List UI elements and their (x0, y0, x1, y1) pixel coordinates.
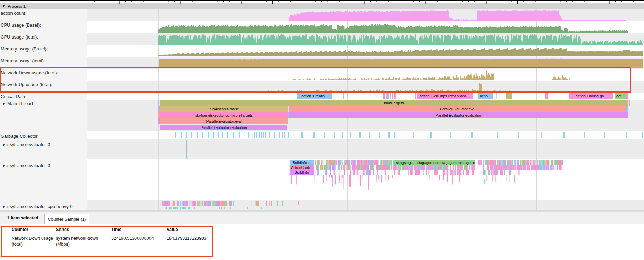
timeline-slice[interactable] (496, 93, 497, 99)
process-label: Process 1 (8, 4, 26, 8)
tab-counter-sample[interactable]: Counter Sample (1) (44, 214, 89, 224)
timeline-slice-runanalysisphase[interactable]: runAnalysisPhase (160, 106, 288, 112)
collapse-triangle-icon[interactable]: ▾ (3, 4, 5, 8)
process-group-header[interactable]: ▾ Process 1 (0, 3, 644, 9)
timeline-slice[interactable] (506, 93, 512, 99)
timeline-slice-action-linking-go-[interactable]: action 'Linking go... (569, 93, 613, 99)
track-label-action-count-[interactable]: action count: (1, 11, 27, 16)
timeline-slice-parallel-evaluator-evaluation[interactable]: Parallel Evaluator evaluation (289, 112, 628, 118)
track-row-bg (88, 33, 644, 45)
collapse-triangle-icon[interactable]: ▾ (3, 164, 5, 168)
timeline-slice[interactable] (629, 100, 630, 106)
collapse-triangle-icon[interactable]: ▾ (3, 102, 5, 106)
timeline-slice[interactable] (386, 93, 387, 99)
timeline-slice-buildtargets[interactable]: buildTargets (160, 100, 628, 106)
timeline-slice[interactable] (343, 93, 344, 99)
track-row-bg (88, 69, 644, 81)
panel-divider[interactable] (0, 210, 644, 212)
timeline-slice-actionconti-[interactable]: ActionConti... (290, 165, 314, 170)
timeline-slice[interactable] (626, 106, 628, 112)
timeline-slice[interactable] (288, 112, 289, 118)
collapse-triangle-icon[interactable]: ▾ (3, 143, 5, 147)
cell-series[interactable]: system network down(Mbps) (56, 235, 98, 247)
timeline-slice-st-agstag-[interactable]: st;agstag... (393, 160, 417, 165)
timeline-slice[interactable] (390, 93, 391, 99)
timeline-slice-action-creatin-[interactable]: action 'Creatin... (297, 93, 332, 99)
track-label-network-up-usage-total-[interactable]: Network Up usage (total): (1, 82, 52, 87)
bottom-tab-bar: 1 item selected. Counter Sample (1) (0, 212, 644, 224)
timeline-slice[interactable] (394, 93, 396, 99)
track-row-bg (88, 200, 644, 210)
track-label-memory-usage-total-[interactable]: Memory usage (total): (1, 58, 45, 63)
track-row-bg (88, 21, 644, 33)
timeline-slice[interactable] (384, 93, 385, 99)
col-header-series: Series (56, 227, 69, 232)
track-label-network-down-usage-total-[interactable]: Network Down usage (total): (1, 70, 58, 75)
cell-time[interactable]: 324190.51300000004 (111, 235, 154, 241)
thread-name: skyframe-evaluator-cpu-heavy-0 (7, 204, 72, 209)
track-sidebar: action count:CPU usage (Bazel):CPU usage… (0, 9, 88, 210)
timeline-slice[interactable] (383, 93, 384, 99)
collapse-triangle-icon[interactable]: ▾ (3, 205, 5, 209)
track-row-bg (88, 131, 644, 139)
table-header-separator (2, 234, 212, 234)
col-header-counter: Counter (12, 227, 28, 232)
selection-status: 1 item selected. (7, 215, 40, 220)
timeline-slice-actio-[interactable]: actio... (478, 93, 493, 99)
track-label-cpu-usage-bazel-[interactable]: CPU usage (Bazel): (1, 22, 41, 28)
cell-counter[interactable]: Network Down usage(total) (12, 235, 53, 247)
track-label-cpu-usage-total-[interactable]: CPU usage (total): (1, 34, 38, 40)
thread-track-label-skyframe-evaluator-0[interactable]: ▾skyframe-evaluator-0 (3, 142, 50, 148)
timeline-slice-buildinfo[interactable]: BuildInfo (290, 170, 314, 175)
track-row-bg (88, 57, 644, 69)
track-label-garbage-collector[interactable]: Garbage Collector (1, 134, 38, 139)
timeline-slice[interactable] (545, 93, 548, 99)
cell-value[interactable]: 184.1793113323983 (167, 235, 206, 241)
track-row-bg (88, 45, 644, 57)
timeline-slice-parallel-evaluator-evaluation[interactable]: Parallel Evaluator evaluation (160, 125, 287, 130)
timeline-slice-stagagemenotstagagemeotstage-r[interactable]: stagagemenotstagagemeotstage.remot... (417, 160, 475, 165)
thread-track-label-skyframe-evaluator-cpu-heavy-0[interactable]: ▾skyframe-evaluator-cpu-heavy-0 (3, 204, 72, 210)
track-label-memory-usage-bazel-[interactable]: Memory usage (Bazel): (1, 46, 48, 52)
counter-sample-table: Counter Series Time Value Network Down u… (0, 224, 644, 260)
timeline-slice[interactable] (158, 118, 160, 124)
profiler-app: ▾ Process 1 action count:CPU usage (Baze… (0, 0, 644, 260)
track-row-bg (88, 9, 644, 21)
timeline-slice[interactable] (626, 93, 628, 99)
track-row-bg (88, 139, 644, 159)
thread-track-label-main-thread[interactable]: ▾Main Thread (3, 101, 33, 107)
timeline-slice-parallelevaluator-eval[interactable]: ParallelEvaluator.eval (160, 118, 288, 124)
timeline-slice[interactable] (158, 112, 160, 118)
thread-track-label-skyframe-evaluator-0[interactable]: ▾skyframe-evaluator-0 (3, 163, 50, 169)
timeline-slice-skyframeexecutor-configuretarg[interactable]: skyframeExecutor.configureTargets (160, 112, 288, 118)
col-header-time: Time (111, 227, 121, 232)
timeline-slice[interactable] (387, 93, 389, 99)
timeline-pane[interactable]: ▾ Process 1 action count:CPU usage (Baze… (0, 0, 644, 210)
timeline-slice[interactable] (415, 93, 416, 99)
col-header-value: Value (167, 227, 178, 232)
track-label-critical-path[interactable]: Critical Path (1, 94, 25, 99)
timeline-slice-parallelevaluator-eval[interactable]: ParallelEvaluator.eval (289, 106, 626, 112)
track-row-bg (88, 159, 644, 200)
thread-name: Main Thread (7, 101, 33, 106)
thread-name: skyframe-evaluator-0 (7, 142, 50, 147)
timeline-slice-action-genobjcprotos-video-[interactable]: action 'GenObjcProtos video/... (417, 93, 473, 99)
timeline-slice[interactable] (392, 93, 393, 99)
timeline-slice-act-[interactable]: act... (615, 93, 626, 99)
track-row-bg (88, 81, 644, 93)
timeline-slice[interactable] (158, 100, 159, 106)
thread-name: skyframe-evaluator-0 (7, 163, 50, 168)
track-row-bg (88, 93, 644, 100)
timeline-slice-buildinfo-[interactable]: BuildInfo ... (290, 160, 314, 165)
